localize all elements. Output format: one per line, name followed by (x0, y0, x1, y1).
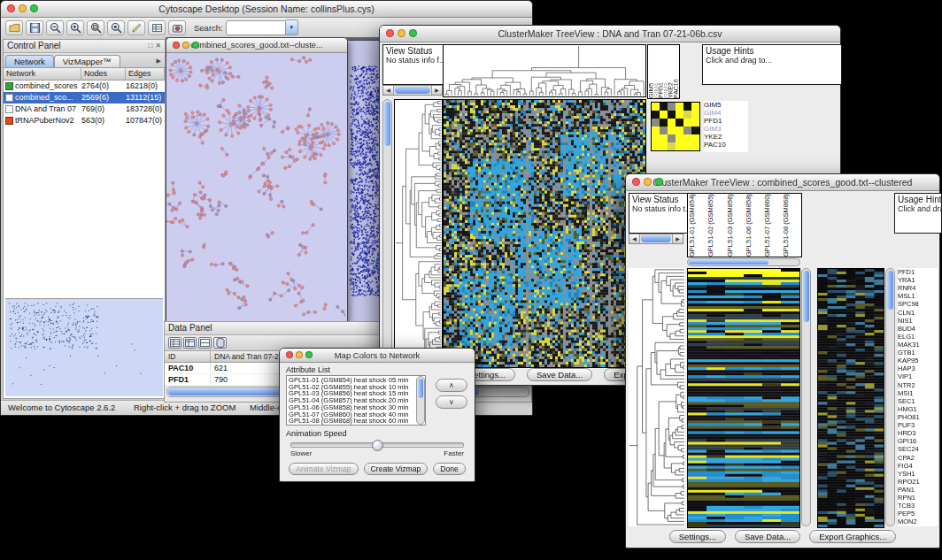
save-data-button[interactable]: Save Data... (735, 530, 800, 543)
nav-left-icon[interactable]: ◀ (629, 234, 640, 243)
nav-left-icon[interactable]: ◀ (383, 86, 394, 95)
zoom-window-icon[interactable] (192, 42, 199, 49)
export-graphics-button[interactable]: Export Graphics... (809, 530, 896, 543)
minimize-icon[interactable] (644, 178, 652, 186)
minimize-icon[interactable] (296, 351, 303, 358)
heatmap-canvas[interactable] (688, 269, 799, 527)
table-icon[interactable] (148, 20, 166, 35)
tab-vizmapper[interactable]: VizMapper™ (54, 55, 120, 67)
correlation-matrix-canvas[interactable] (652, 103, 699, 150)
close-panel-icon[interactable]: ✕ (155, 40, 161, 52)
heatmap-canvas[interactable] (444, 100, 645, 367)
network-list-item[interactable]: tRNAPuberNov2563(0)107847(0) (4, 115, 165, 127)
save-data-button[interactable]: Save Data... (527, 368, 592, 381)
network-list-item[interactable]: combined_scores2764(0)16218(0) (4, 81, 165, 92)
treeview2-titlebar[interactable]: ClusterMaker TreeView : combined_scores_… (626, 174, 939, 191)
close-icon[interactable] (173, 42, 180, 49)
minimize-icon[interactable] (182, 42, 189, 49)
database-icon[interactable] (213, 337, 227, 349)
close-icon[interactable] (286, 351, 293, 358)
settings-button[interactable]: Settings... (669, 530, 726, 543)
view-status-panel: View Status No status info t... (629, 193, 689, 234)
zoom-window-icon[interactable] (30, 4, 38, 12)
column-dendrogram-canvas[interactable] (444, 45, 645, 96)
speed-slider[interactable] (290, 442, 464, 448)
usage-hints-title: Usage Hints (706, 46, 838, 56)
column-edges[interactable]: Edges (126, 68, 165, 80)
column-id[interactable]: ID (165, 351, 211, 362)
save-icon[interactable] (26, 20, 43, 35)
create-vizmap-button[interactable]: Create Vizmap (364, 463, 429, 475)
network-view-titlebar[interactable]: combined_scores_good.txt--cluste... (166, 38, 347, 53)
move-down-button[interactable]: ∨ (436, 395, 467, 409)
move-up-button[interactable]: ∧ (436, 379, 467, 392)
annotation-icon[interactable] (127, 20, 145, 35)
zoom-selected-icon[interactable] (107, 20, 125, 35)
col-label: PAC10 (673, 45, 678, 98)
vertical-scrollbar[interactable] (801, 268, 811, 526)
close-icon[interactable] (386, 29, 394, 37)
nav-thumb[interactable] (641, 235, 671, 242)
zoom-in-icon[interactable] (66, 20, 84, 35)
tree-navigator[interactable]: ◀ ▶ (629, 234, 683, 244)
network-list-item[interactable]: DNA and Tran 07769(0)183728(0) (4, 104, 165, 115)
scrollbar-thumb[interactable] (803, 271, 809, 322)
zoom-fit-icon[interactable] (87, 20, 104, 35)
main-titlebar[interactable]: Cytoscape Desktop (Session Name: collins… (1, 1, 532, 18)
row-dendrogram-canvas[interactable] (629, 268, 685, 526)
nav-thumb[interactable] (395, 87, 430, 94)
minimize-icon[interactable] (19, 4, 27, 12)
network-overview-thumbnail[interactable] (5, 298, 163, 396)
minimize-icon[interactable] (398, 29, 405, 37)
treeview1-titlebar[interactable]: ClusterMaker TreeView : DNA and Tran 07-… (380, 26, 840, 42)
vertical-scrollbar[interactable] (885, 268, 895, 526)
nav-right-icon[interactable]: ▶ (431, 86, 442, 95)
network-view-window: combined_scores_good.txt--cluste... (166, 37, 348, 324)
secondary-heatmap-canvas[interactable] (818, 269, 884, 527)
zoom-window-icon[interactable] (655, 178, 663, 186)
network-name: combined_scores (15, 81, 81, 92)
tab-overflow-icon[interactable]: ▶ (157, 55, 161, 67)
network-table-icon[interactable] (198, 337, 212, 349)
combo-arrow-icon[interactable]: ▾ (286, 19, 298, 35)
window-controls (7, 4, 38, 12)
gene-label: HRD3 (898, 429, 938, 437)
horizontal-scrollbar[interactable] (687, 258, 800, 266)
network-canvas[interactable] (166, 53, 345, 322)
zoom-out-icon[interactable] (46, 20, 64, 35)
tab-network[interactable]: Network (5, 55, 54, 67)
column-nodes[interactable]: Nodes (81, 68, 126, 80)
attribute-list-item[interactable]: GPL51-08 (GSM868) heat shock 60 min (289, 418, 425, 425)
attribute-list[interactable]: GPL51-01 (GSM854) heat shock 05 minGPL51… (286, 375, 426, 426)
slider-thumb[interactable] (372, 440, 383, 451)
slower-label: Slower (290, 449, 312, 457)
scrollbar-thumb[interactable] (384, 102, 390, 146)
tree-navigator[interactable]: ◀ ▶ (382, 85, 443, 96)
zoom-window-icon[interactable] (305, 351, 313, 358)
node-table-icon[interactable] (168, 337, 181, 349)
close-icon[interactable] (7, 4, 15, 12)
open-folder-icon[interactable] (5, 20, 23, 35)
nav-right-icon[interactable]: ▶ (672, 234, 683, 243)
scrollbar-thumb[interactable] (418, 379, 423, 398)
network-list-item[interactable]: combined_sco...2569(6)13112(15) (4, 92, 165, 104)
gene-label: TCB3 (898, 502, 938, 510)
close-icon[interactable] (632, 178, 640, 186)
search-input[interactable] (226, 20, 286, 35)
network-name: combined_sco... (15, 92, 81, 104)
vertical-scrollbar[interactable] (382, 99, 392, 368)
column-network[interactable]: Network (4, 68, 81, 80)
gene-label: RNR4 (898, 284, 938, 292)
gene-label: BUD4 (898, 325, 938, 333)
float-icon[interactable]: □ (148, 40, 152, 52)
scrollbar-thumb[interactable] (887, 271, 893, 310)
snapshot-icon[interactable] (168, 20, 186, 35)
done-button[interactable]: Done (433, 463, 466, 475)
list-scrollbar[interactable] (416, 376, 425, 425)
edge-table-icon[interactable] (183, 337, 197, 349)
dialog-titlebar[interactable]: Map Colors to Network (280, 349, 475, 363)
zoom-window-icon[interactable] (409, 29, 417, 37)
scrollbar-thumb[interactable] (689, 260, 768, 265)
row-dendrogram-canvas[interactable] (395, 100, 442, 367)
gene-label: CLN1 (898, 309, 938, 317)
